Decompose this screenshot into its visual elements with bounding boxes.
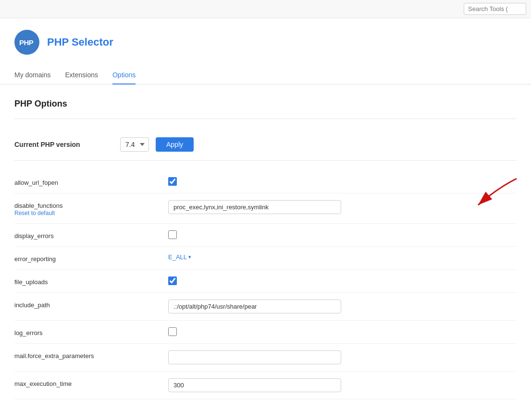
- option-row-mail-force: mail.force_extra_parameters: [14, 344, 517, 372]
- max-execution-input[interactable]: [168, 378, 341, 392]
- option-row-disable-functions: disable_functions Reset to default: [14, 193, 517, 224]
- option-name-display-errors: display_errors: [14, 230, 168, 240]
- option-name-include-path: include_path: [14, 300, 168, 309]
- option-row-error-reporting: error_reporting E_ALL: [14, 247, 517, 270]
- version-row: Current PHP version 5.6 7.0 7.1 7.2 7.3 …: [14, 129, 517, 161]
- checkbox-log-errors[interactable]: [168, 327, 177, 336]
- checkbox-allow-url-fopen[interactable]: [168, 177, 177, 186]
- option-control-log-errors: [168, 327, 517, 336]
- section-title: PHP Options: [14, 99, 517, 109]
- top-bar: [0, 0, 531, 18]
- app-header: PHP PHP Selector: [0, 18, 531, 66]
- search-tools-input[interactable]: [464, 3, 526, 15]
- app-title: PHP Selector: [47, 36, 113, 48]
- tabs-bar: My domains Extensions Options: [0, 66, 531, 84]
- disable-functions-input[interactable]: [168, 200, 341, 214]
- include-path-input[interactable]: [168, 300, 341, 313]
- tab-extensions[interactable]: Extensions: [65, 66, 98, 84]
- option-control-error-reporting: E_ALL: [168, 253, 517, 261]
- reset-to-default-link[interactable]: Reset to default: [14, 210, 55, 216]
- svg-text:PHP: PHP: [19, 38, 34, 47]
- option-row-include-path: include_path: [14, 293, 517, 321]
- option-control-include-path: [168, 300, 517, 313]
- option-name-allow-url-fopen: allow_url_fopen: [14, 177, 168, 186]
- error-reporting-dropdown[interactable]: E_ALL: [168, 253, 191, 261]
- divider: [14, 119, 517, 119]
- mail-force-input[interactable]: [168, 350, 341, 364]
- option-row-log-errors: log_errors: [14, 321, 517, 344]
- version-label: Current PHP version: [14, 141, 120, 148]
- options-table: allow_url_fopen disable_functions Reset …: [14, 170, 517, 399]
- option-control-max-execution: [168, 378, 517, 392]
- checkbox-display-errors[interactable]: [168, 230, 177, 239]
- tab-my-domains[interactable]: My domains: [14, 66, 50, 84]
- option-control-mail-force: [168, 350, 517, 364]
- option-name-mail-force: mail.force_extra_parameters: [14, 350, 168, 360]
- tab-options[interactable]: Options: [112, 66, 136, 84]
- option-name-disable-functions: disable_functions Reset to default: [14, 200, 168, 216]
- checkbox-file-uploads[interactable]: [168, 276, 177, 285]
- apply-button[interactable]: Apply: [156, 137, 194, 152]
- option-name-error-reporting: error_reporting: [14, 253, 168, 263]
- content-area: PHP Options Current PHP version 5.6 7.0 …: [0, 84, 531, 414]
- option-row-file-uploads: file_uploads: [14, 270, 517, 293]
- php-logo: PHP: [14, 30, 39, 55]
- option-row-max-execution: max_execution_time: [14, 372, 517, 399]
- option-name-max-execution: max_execution_time: [14, 378, 168, 387]
- option-control-allow-url-fopen: [168, 177, 517, 186]
- option-row-allow-url-fopen: allow_url_fopen: [14, 170, 517, 193]
- option-name-file-uploads: file_uploads: [14, 276, 168, 286]
- option-name-log-errors: log_errors: [14, 327, 168, 336]
- option-control-file-uploads: [168, 276, 517, 285]
- option-row-display-errors: display_errors: [14, 224, 517, 247]
- option-control-disable-functions: [168, 200, 517, 214]
- option-control-display-errors: [168, 230, 517, 239]
- php-version-select[interactable]: 5.6 7.0 7.1 7.2 7.3 7.4 8.0 8.1: [120, 137, 149, 152]
